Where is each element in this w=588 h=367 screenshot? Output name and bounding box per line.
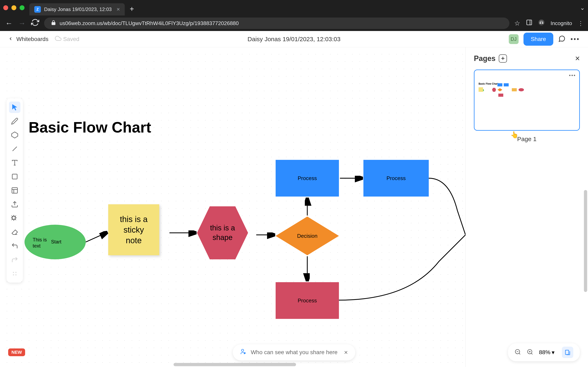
chevron-down-icon: ▾ <box>552 349 554 356</box>
people-icon <box>240 349 247 356</box>
decision-diamond[interactable]: Decision <box>276 217 339 255</box>
process-box-3[interactable]: Process <box>276 282 339 319</box>
svg-line-6 <box>13 147 17 151</box>
whiteboard-canvas[interactable]: Basic Flow Chart This is text Start this… <box>0 47 466 367</box>
pen-tool[interactable] <box>9 115 20 127</box>
chart-title[interactable]: Basic Flow Chart <box>29 119 151 136</box>
sticky-tool[interactable] <box>9 171 20 182</box>
comment-icon[interactable] <box>558 35 566 43</box>
svg-point-3 <box>540 22 541 24</box>
bottom-bar: NEW Who can see what you share here × 88… <box>0 343 588 361</box>
more-tools[interactable] <box>9 212 20 224</box>
pages-toggle-button[interactable] <box>562 347 573 358</box>
forward-button[interactable]: → <box>18 19 26 27</box>
vertical-scrollbar[interactable] <box>584 190 587 292</box>
browser-menu-icon[interactable]: ⋮ <box>578 20 583 27</box>
pages-title: Pages <box>474 54 495 63</box>
svg-rect-10 <box>12 188 17 193</box>
browser-actions: ☆ Incognito ⋮ <box>514 19 583 27</box>
tab-close-icon[interactable]: × <box>117 6 120 13</box>
tab-title: Daisy Jonas 19/01/2023, 12:03 <box>44 7 112 12</box>
browser-chrome: Z Daisy Jonas 19/01/2023, 12:03 × + ⌄ ← … <box>0 0 588 31</box>
more-menu-icon[interactable]: ••• <box>571 35 580 43</box>
header-actions: DJ Share ••• <box>509 33 580 46</box>
share-button[interactable]: Share <box>523 33 553 46</box>
back-button[interactable]: ← <box>5 19 13 27</box>
eraser-tool[interactable] <box>9 226 20 238</box>
undo-button[interactable] <box>9 240 20 252</box>
svg-rect-0 <box>527 20 532 25</box>
user-avatar[interactable]: DJ <box>509 34 519 44</box>
add-page-button[interactable]: + <box>499 54 507 63</box>
reload-button[interactable] <box>31 18 39 28</box>
svg-line-19 <box>86 233 106 242</box>
zoom-level-dropdown[interactable]: 88% ▾ <box>539 349 554 356</box>
window-close[interactable] <box>3 5 8 10</box>
chevron-down-icon[interactable]: ⌄ <box>580 4 585 11</box>
svg-rect-9 <box>12 174 17 179</box>
close-hint-icon[interactable]: × <box>344 349 348 356</box>
new-badge[interactable]: NEW <box>8 349 25 356</box>
zoom-in-button[interactable] <box>527 349 533 356</box>
document-title[interactable]: Daisy Jonas 19/01/2023, 12:03:03 <box>247 36 340 43</box>
zoom-out-button[interactable] <box>515 349 521 356</box>
svg-point-25 <box>242 349 244 351</box>
page-thumbnail[interactable]: ••• Basic Flow Chart <box>474 69 580 131</box>
process-box-2[interactable]: Process <box>363 160 429 197</box>
redo-button[interactable] <box>9 254 20 266</box>
template-tool[interactable] <box>9 185 20 196</box>
zoom-favicon-icon: Z <box>34 6 41 13</box>
address-bar: ← → us06web.zoom.us/wb/doc/TLUgwvTtRhW4i… <box>0 16 588 31</box>
bookmark-icon[interactable]: ☆ <box>514 19 520 27</box>
cloud-icon <box>55 35 61 43</box>
saved-status: Saved <box>55 35 79 43</box>
header-back-button[interactable] <box>8 36 13 42</box>
window-minimize[interactable] <box>11 5 16 10</box>
process-box-1[interactable]: Process <box>276 160 339 197</box>
svg-marker-5 <box>12 132 18 138</box>
incognito-label: Incognito <box>550 20 572 26</box>
horizontal-scrollbar[interactable] <box>173 363 296 366</box>
zoom-controls: 88% ▾ <box>508 343 580 361</box>
svg-rect-34 <box>565 350 569 354</box>
line-tool[interactable] <box>9 143 20 155</box>
url-input[interactable]: us06web.zoom.us/wb/doc/TLUgwvTtRhW4iL0Fl… <box>44 17 509 29</box>
shape-tool[interactable] <box>9 129 20 141</box>
close-panel-icon[interactable]: × <box>575 54 580 63</box>
incognito-icon[interactable] <box>538 19 545 27</box>
drag-handle-icon[interactable] <box>9 268 20 279</box>
select-tool[interactable] <box>9 101 20 113</box>
svg-point-2 <box>539 19 545 25</box>
svg-line-31 <box>531 353 532 354</box>
svg-point-15 <box>15 272 17 273</box>
thumbnail-menu-icon[interactable]: ••• <box>569 73 576 78</box>
page-label: Page 1 <box>474 136 580 142</box>
svg-point-26 <box>244 352 246 354</box>
window-controls <box>3 5 25 10</box>
sticky-note[interactable]: this is a sticky note <box>108 204 159 255</box>
whiteboards-link[interactable]: Whiteboards <box>16 36 48 42</box>
start-ellipse[interactable]: This is text Start <box>25 225 86 259</box>
text-tool[interactable] <box>9 157 20 168</box>
svg-point-16 <box>13 274 14 275</box>
pages-panel: Pages + × ••• Basic Flow Chart Page 1 <box>466 47 588 367</box>
svg-point-14 <box>13 272 14 273</box>
side-panel-icon[interactable] <box>526 19 532 27</box>
window-maximize[interactable] <box>20 5 25 10</box>
svg-line-28 <box>519 353 520 354</box>
hexagon-shape[interactable]: this is a shape <box>197 206 248 259</box>
cursor-icon: 👆 <box>510 131 519 139</box>
svg-point-4 <box>542 22 544 24</box>
upload-tool[interactable] <box>9 199 20 210</box>
main-content: Basic Flow Chart This is text Start this… <box>0 47 588 367</box>
svg-point-17 <box>15 274 17 275</box>
app-header: Whiteboards Saved Daisy Jonas 19/01/2023… <box>0 31 588 47</box>
lock-icon <box>51 20 56 27</box>
pages-header: Pages + × <box>474 54 580 63</box>
url-text: us06web.zoom.us/wb/doc/TLUgwvTtRhW4iL0Fl… <box>60 20 239 26</box>
toolbar <box>7 98 23 283</box>
tab-bar: Z Daisy Jonas 19/01/2023, 12:03 × + ⌄ <box>0 0 588 16</box>
new-tab-button[interactable]: + <box>130 5 134 13</box>
browser-tab[interactable]: Z Daisy Jonas 19/01/2023, 12:03 × <box>29 3 125 16</box>
share-hint-text[interactable]: Who can see what you share here <box>251 349 337 356</box>
